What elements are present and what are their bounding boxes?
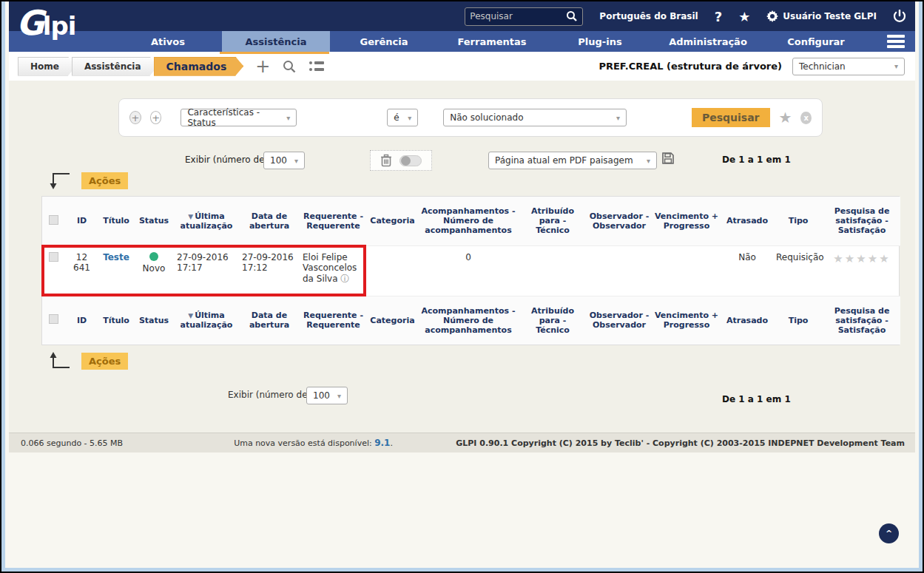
col-header-requerente[interactable]: Requerente - Requerente — [300, 296, 367, 345]
info-icon[interactable]: ⓘ — [340, 274, 349, 284]
nav-tab-plugins[interactable]: Plug-ins — [546, 31, 654, 52]
list-view-icon[interactable] — [308, 60, 325, 73]
user-name: Usuário Teste GLPI — [783, 11, 877, 21]
massive-actions-top: Ações — [44, 171, 128, 190]
col-header-id[interactable]: ID — [65, 197, 98, 245]
profile-select[interactable]: Technician ▾ — [792, 58, 905, 75]
gear-icon — [766, 10, 778, 22]
user-menu[interactable]: Usuário Teste GLPI — [766, 10, 877, 22]
col-header-atrasado[interactable]: Atrasado — [721, 197, 773, 245]
new-version-notice: Uma nova versão está disponível: 9.1. — [234, 438, 393, 448]
col-header-categoria[interactable]: Categoria — [367, 296, 418, 345]
col-header-tipo[interactable]: Tipo — [773, 296, 823, 345]
save-export-icon[interactable] — [661, 152, 675, 165]
power-icon[interactable] — [893, 10, 906, 23]
reset-search-icon[interactable]: x — [800, 112, 812, 124]
row-checkbox[interactable] — [49, 252, 58, 262]
actions-button[interactable]: Ações — [81, 353, 128, 370]
col-header-atrasado[interactable]: Atrasado — [721, 296, 773, 345]
pagination-range: De 1 a 1 em 1 — [722, 394, 791, 404]
nav-tab-ferramentas[interactable]: Ferramentas — [438, 31, 546, 52]
col-header-titulo[interactable]: Título — [98, 296, 134, 345]
breadcrumb-chamados[interactable]: Chamados — [154, 57, 244, 76]
search-button[interactable]: Pesquisar — [692, 108, 770, 127]
add-meta-criteria-icon[interactable]: + — [150, 111, 162, 124]
table-header-top: ID Título Status ▼Última atualização Dat… — [42, 197, 900, 245]
bookmark-star-icon[interactable]: ★ — [738, 9, 750, 24]
save-bookmark-icon[interactable]: ★ — [779, 109, 792, 126]
due-cell — [652, 245, 721, 296]
breadcrumb-home[interactable]: Home — [18, 57, 76, 76]
pagination-range: De 1 a 1 em 1 — [722, 155, 791, 165]
footer-bar: 0.066 segundo - 5.65 MB Uma nova versão … — [9, 433, 915, 452]
col-header-status[interactable]: Status — [134, 197, 174, 245]
main-nav: Ativos Assistência Gerência Ferramentas … — [9, 31, 915, 52]
nav-tab-configurar[interactable]: Configurar — [762, 31, 870, 52]
search-filter-box: + + Características - Status▾ é▾ Não sol… — [118, 98, 823, 137]
filter-value-select[interactable]: Não solucionado▾ — [443, 109, 627, 126]
breadcrumb: Home Assistência Chamados — [18, 57, 239, 76]
main-content: + + Características - Status▾ é▾ Não sol… — [9, 81, 915, 433]
page-border: Português do Brasil ? ★ Usuário Teste GL… — [1, 1, 923, 572]
star-icon: ★ — [856, 252, 867, 265]
search-tickets-icon[interactable] — [282, 59, 297, 74]
chevron-down-icon: ▾ — [408, 114, 411, 122]
nav-tab-assistencia[interactable]: Assistência — [222, 31, 330, 52]
col-header-ultima-atualizacao[interactable]: ▼Última atualização — [174, 197, 239, 245]
add-criteria-icon[interactable]: + — [129, 111, 141, 124]
filter-field-select[interactable]: Características - Status▾ — [181, 109, 297, 126]
col-header-tipo[interactable]: Tipo — [773, 197, 823, 245]
actions-button[interactable]: Ações — [81, 172, 128, 189]
language-selector[interactable]: Português do Brasil — [599, 11, 698, 21]
col-header-atribuido[interactable]: Atribuído para - Técnico — [519, 197, 587, 245]
menu-icon[interactable] — [887, 31, 905, 52]
status-label: Novo — [143, 263, 166, 274]
observer-cell — [587, 245, 652, 296]
select-all-checkbox[interactable] — [49, 314, 58, 324]
trash-toggle[interactable] — [399, 155, 422, 166]
col-header-data-abertura[interactable]: Data de abertura — [239, 197, 300, 245]
search-icon[interactable] — [566, 10, 578, 22]
filter-operator-select[interactable]: é▾ — [387, 109, 418, 126]
select-all-checkbox[interactable] — [49, 215, 58, 225]
breadcrumb-assistencia[interactable]: Assistência — [72, 57, 158, 76]
arrow-up-icon — [44, 351, 71, 370]
col-header-data-abertura[interactable]: Data de abertura — [239, 296, 300, 345]
nav-tab-ativos[interactable]: Ativos — [114, 31, 222, 52]
col-header-requerente[interactable]: Requerente - Requerente — [300, 197, 367, 245]
col-header-id[interactable]: ID — [65, 296, 98, 345]
nav-tab-gerencia[interactable]: Gerência — [330, 31, 438, 52]
col-header-satisfacao[interactable]: Pesquisa de satisfação - Satisfação — [823, 296, 900, 345]
tickets-table: ID Título Status ▼Última atualização Dat… — [41, 196, 900, 345]
col-header-status[interactable]: Status — [134, 296, 174, 345]
col-header-atribuido[interactable]: Atribuído para - Técnico — [519, 296, 587, 345]
export-select[interactable]: Página atual em PDF paisagem▾ — [488, 152, 657, 169]
chevron-down-icon: ▾ — [647, 157, 650, 165]
col-header-satisfacao[interactable]: Pesquisa de satisfação - Satisfação — [823, 197, 900, 245]
col-header-observador[interactable]: Observador - Observador — [587, 296, 652, 345]
ticket-title-link[interactable]: Teste — [103, 252, 129, 262]
scroll-top-button[interactable]: ^ — [879, 523, 899, 543]
global-search — [465, 7, 583, 26]
display-count-select[interactable]: 100▾ — [263, 152, 305, 169]
new-version-link[interactable]: 9.1 — [374, 438, 390, 448]
col-header-titulo[interactable]: Título — [98, 197, 134, 245]
nav-tab-administracao[interactable]: Administração — [654, 31, 762, 52]
display-count-select[interactable]: 100▾ — [306, 387, 348, 404]
col-header-acompanhamentos[interactable]: Acompanhamentos - Número de acompanhamen… — [418, 296, 519, 345]
help-icon[interactable]: ? — [715, 9, 722, 24]
col-header-observador[interactable]: Observador - Observador — [587, 197, 652, 245]
col-header-vencimento[interactable]: Vencimento + Progresso — [652, 197, 721, 245]
requester-cell: Eloi Felipe Vasconcelos da Silva ⓘ — [300, 245, 367, 296]
glpi-logo[interactable]: Glpi — [16, 3, 105, 49]
sort-desc-icon: ▼ — [188, 312, 193, 319]
add-ticket-icon[interactable]: + — [255, 59, 270, 74]
trash-icon[interactable] — [380, 154, 392, 167]
chevron-down-icon: ▾ — [337, 392, 341, 400]
col-header-acompanhamentos[interactable]: Acompanhamentos - Número de acompanhamen… — [418, 197, 519, 245]
col-header-categoria[interactable]: Categoria — [367, 197, 418, 245]
col-header-ultima-atualizacao[interactable]: ▼Última atualização — [174, 296, 239, 345]
ticket-row: 12 641 Teste Novo 27-09-2016 17:17 27-09… — [42, 245, 900, 296]
global-search-input[interactable] — [470, 11, 566, 21]
col-header-vencimento[interactable]: Vencimento + Progresso — [652, 296, 721, 345]
